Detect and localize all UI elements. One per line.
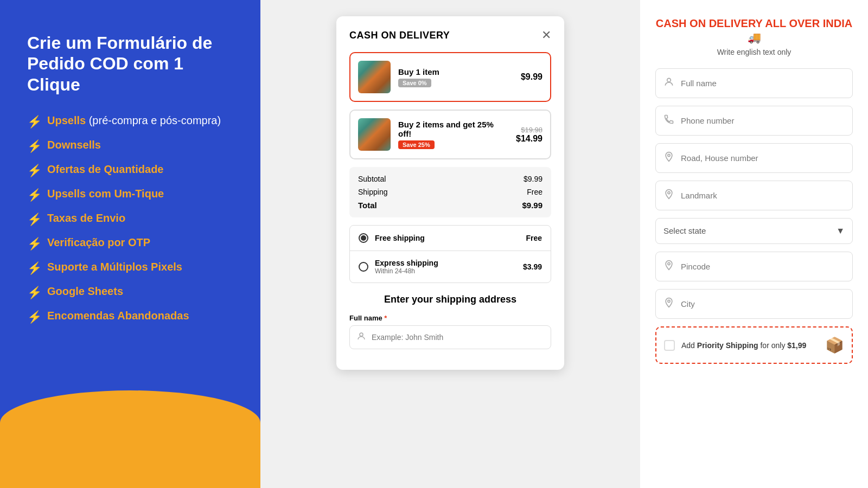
svg-point-4 [668, 262, 670, 265]
left-panel-title: Crie um Formulário de Pedido COD com 1 C… [27, 33, 233, 95]
right-pincode-wrapper [655, 252, 853, 281]
right-road-input[interactable] [681, 153, 845, 163]
svg-point-3 [668, 191, 670, 194]
product-card-single[interactable]: Buy 1 item Save 0% $9.99 [349, 52, 551, 102]
shipping-express-price: $3.99 [523, 262, 542, 271]
right-phone-input[interactable] [681, 116, 845, 125]
feature-otp: ⚡ Verificação por OTP [27, 236, 233, 251]
shipping-label: Shipping [358, 188, 388, 196]
radio-free[interactable] [359, 233, 368, 243]
feature-label: Downsells [47, 139, 101, 151]
bolt-icon: ⚡ [27, 310, 42, 324]
feature-label: Upsells [47, 114, 86, 126]
feature-label: Google Sheets [47, 285, 123, 298]
shipping-express-label: Express shipping Within 24-48h [375, 259, 516, 275]
middle-panel: CASH ON DELIVERY ✕ Buy 1 item Save 0% $9… [260, 0, 640, 488]
right-road-group [655, 143, 853, 173]
right-title: CASH ON DELIVERY ALL OVER INDIA 🚚 [655, 16, 853, 44]
product-price-single: $9.99 [521, 72, 542, 82]
product-image-double [358, 118, 391, 151]
feature-umtique: ⚡ Upsells com Um-Tique [27, 188, 233, 202]
shipping-free-price: Free [526, 234, 542, 242]
right-pincode-input[interactable] [681, 262, 845, 271]
summary-subtotal-row: Subtotal $9.99 [358, 175, 542, 183]
feature-encomendas: ⚡ Encomendas Abandonadas [27, 310, 233, 324]
right-panel: CASH ON DELIVERY ALL OVER INDIA 🚚 Write … [640, 0, 868, 488]
fullname-input[interactable] [372, 333, 544, 342]
right-fullname-wrapper [655, 68, 853, 98]
fullname-input-wrapper [349, 325, 551, 349]
close-button[interactable]: ✕ [541, 29, 551, 41]
shipping-options: Free shipping Free Express shipping With… [349, 225, 551, 283]
radio-express[interactable] [359, 262, 368, 272]
fullname-label: Full name * [349, 314, 551, 322]
subtotal-label: Subtotal [358, 175, 386, 183]
bolt-icon: ⚡ [27, 188, 42, 202]
price-original-double: $19.98 [516, 126, 542, 134]
shipping-value: Free [527, 188, 542, 196]
right-fullname-input[interactable] [681, 79, 845, 88]
bolt-icon: ⚡ [27, 115, 42, 129]
svg-point-5 [668, 300, 670, 302]
feature-label: Suporte a Múltiplos Pixels [47, 261, 182, 273]
bolt-icon: ⚡ [27, 213, 42, 227]
summary-shipping-row: Shipping Free [358, 188, 542, 196]
right-city-group [655, 289, 853, 319]
fullname-form-group: Full name * [349, 314, 551, 349]
orange-wave [0, 390, 260, 488]
shipping-free[interactable]: Free shipping Free [350, 226, 551, 251]
feature-downsells: ⚡ Downsells [27, 139, 233, 153]
feature-label: Verificação por OTP [47, 236, 150, 249]
total-label: Total [358, 201, 377, 210]
feature-label: Taxas de Envio [47, 212, 125, 224]
right-city-wrapper [655, 289, 853, 319]
location-icon [663, 189, 674, 202]
right-phone-wrapper [655, 106, 853, 136]
left-panel: Crie um Formulário de Pedido COD com 1 C… [0, 0, 260, 488]
product-name-double: Buy 2 items and get 25% off! [398, 120, 508, 138]
priority-shipping-box[interactable]: Add Priority Shipping for only $1,99 📦 [655, 326, 853, 364]
right-fullname-group [655, 68, 853, 98]
right-state-wrapper: Select state Maharashtra Delhi Karnataka… [655, 218, 853, 244]
feature-upsells: ⚡ Upsells (pré-compra e pós-compra) [27, 114, 233, 129]
feature-list: ⚡ Upsells (pré-compra e pós-compra) ⚡ Do… [27, 114, 233, 324]
location-icon [663, 260, 674, 273]
subtotal-value: $9.99 [524, 175, 542, 183]
priority-icon: 📦 [825, 336, 844, 354]
address-title: Enter your shipping address [349, 294, 551, 305]
feature-sublabel: (pré-compra e pós-compra) [86, 114, 221, 126]
product-card-double[interactable]: Buy 2 items and get 25% off! Save 25% $1… [349, 110, 551, 159]
feature-pixels: ⚡ Suporte a Múltiplos Pixels [27, 261, 233, 275]
required-marker: * [384, 314, 387, 322]
priority-text: Add Priority Shipping for only $1,99 [681, 341, 819, 350]
product-info-single: Buy 1 item Save 0% [398, 67, 513, 87]
product-info-double: Buy 2 items and get 25% off! Save 25% [398, 120, 508, 149]
shipping-express[interactable]: Express shipping Within 24-48h $3.99 [350, 251, 551, 282]
modal-title: CASH ON DELIVERY [349, 30, 450, 41]
cod-modal: CASH ON DELIVERY ✕ Buy 1 item Save 0% $9… [336, 16, 564, 370]
right-phone-group [655, 106, 853, 136]
feature-sheets: ⚡ Google Sheets [27, 285, 233, 300]
location-icon [663, 297, 674, 311]
bolt-icon: ⚡ [27, 286, 42, 300]
feature-label: Ofertas de Quantidade [47, 163, 164, 176]
state-select[interactable]: Select state Maharashtra Delhi Karnataka… [663, 226, 845, 235]
svg-point-2 [668, 154, 670, 156]
price-current-single: $9.99 [521, 72, 542, 82]
product-price-double: $19.98 $14.99 [516, 126, 542, 144]
svg-point-0 [360, 333, 363, 336]
feature-label: Encomendas Abandonadas [47, 310, 189, 322]
right-state-group: Select state Maharashtra Delhi Karnataka… [655, 218, 853, 244]
bolt-icon: ⚡ [27, 261, 42, 275]
priority-bold: Priority Shipping [697, 341, 758, 350]
phone-icon [663, 114, 674, 127]
right-landmark-wrapper [655, 181, 853, 210]
right-pincode-group [655, 252, 853, 281]
priority-checkbox[interactable] [664, 340, 675, 351]
right-landmark-group [655, 181, 853, 210]
right-city-input[interactable] [681, 299, 845, 309]
feature-label: Upsells com Um-Tique [47, 188, 164, 200]
location-icon [663, 151, 674, 165]
modal-header: CASH ON DELIVERY ✕ [349, 29, 551, 41]
right-landmark-input[interactable] [681, 191, 845, 200]
